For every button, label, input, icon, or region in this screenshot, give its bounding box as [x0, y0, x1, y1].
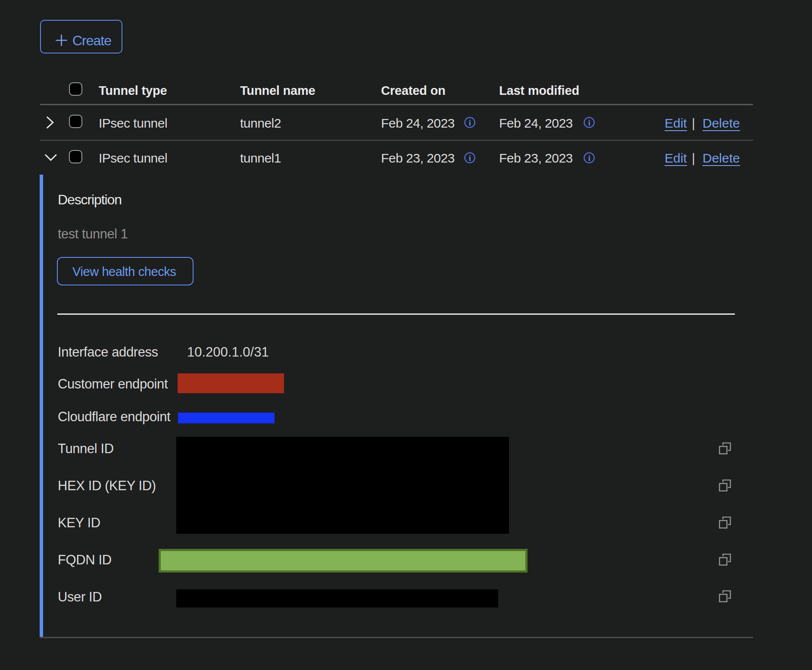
svg-text:i: i — [469, 119, 471, 127]
svg-text:i: i — [588, 154, 590, 163]
svg-text:i: i — [588, 119, 590, 127]
svg-text:i: i — [469, 154, 471, 163]
